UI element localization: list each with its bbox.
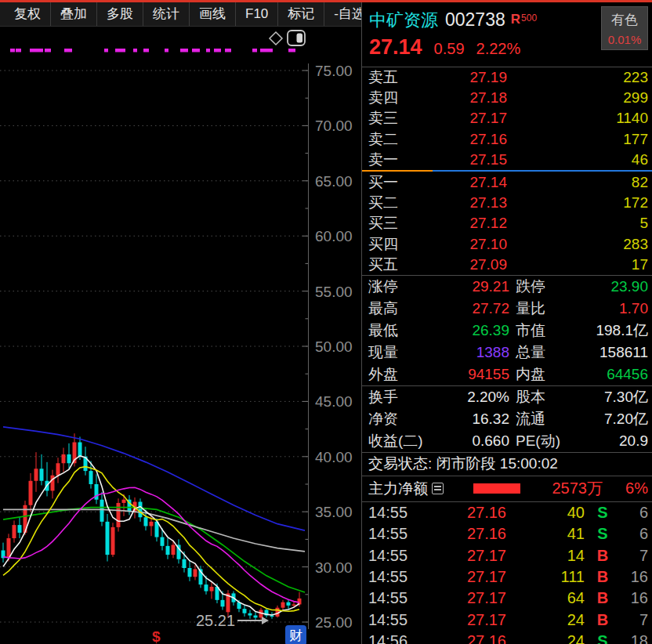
menu-item-5[interactable]: 画线 bbox=[190, 2, 236, 26]
indicator-dash bbox=[206, 49, 210, 52]
kline-chart[interactable]: 75.0070.0065.0060.0055.0050.0045.0040.00… bbox=[0, 26, 361, 644]
candle-body bbox=[166, 546, 170, 555]
menu-item-7[interactable]: 标记 bbox=[278, 2, 324, 26]
tick-price: 27.16 bbox=[434, 525, 506, 543]
kline-chart-svg[interactable]: 75.0070.0065.0060.0055.0050.0045.0040.00… bbox=[0, 26, 361, 644]
tick-price: 27.17 bbox=[434, 547, 506, 565]
menu-item-2[interactable]: 叠加 bbox=[51, 2, 97, 26]
bid-row[interactable]: 买五27.0917 bbox=[362, 255, 652, 275]
y-axis-label: 60.00 bbox=[315, 228, 353, 244]
order-volume: 299 bbox=[507, 89, 648, 107]
tick-row: 14:5527.17111B16 bbox=[362, 566, 652, 588]
order-price: 27.19 bbox=[425, 69, 507, 86]
tick-time: 14:55 bbox=[368, 568, 434, 586]
stat-label: 流通 bbox=[509, 409, 585, 429]
indicator-dash bbox=[180, 49, 188, 52]
main-force-row[interactable]: 主力净额 2573万 6% bbox=[362, 476, 652, 501]
stat-value: 20.9 bbox=[585, 432, 648, 450]
tick-row: 14:5627.1624S18 bbox=[362, 631, 652, 644]
order-volume: 283 bbox=[507, 236, 648, 253]
candle-body bbox=[298, 599, 302, 605]
bid-row[interactable]: 买四27.10283 bbox=[362, 234, 652, 255]
ma20-line bbox=[3, 487, 299, 602]
menu-item-6[interactable]: F10 bbox=[236, 2, 278, 26]
y-axis-label: 70.00 bbox=[315, 118, 353, 134]
stat-label: 最低 bbox=[368, 320, 437, 341]
y-axis-label: 40.00 bbox=[315, 449, 353, 465]
ask-list[interactable]: 卖五27.19223卖四27.18299卖三27.171140卖二27.1617… bbox=[362, 67, 652, 170]
menu-item-4[interactable]: 统计 bbox=[143, 2, 190, 26]
candle-body bbox=[56, 463, 60, 475]
stat-label: 跌停 bbox=[509, 277, 585, 297]
ask-row[interactable]: 卖一27.1546 bbox=[362, 150, 652, 170]
order-price: 27.18 bbox=[425, 89, 507, 107]
order-price: 27.16 bbox=[425, 131, 507, 148]
menu-item-1[interactable]: 复权 bbox=[5, 2, 51, 26]
tick-price: 27.17 bbox=[434, 589, 506, 607]
stat-value: 198.1亿 bbox=[585, 320, 648, 341]
candle-body bbox=[89, 471, 93, 484]
indicator-dash bbox=[45, 49, 51, 52]
bid-row[interactable]: 买三27.125 bbox=[362, 213, 652, 233]
menu-item-3[interactable]: 多股 bbox=[97, 2, 143, 26]
candle-body bbox=[117, 503, 121, 527]
candle-body bbox=[111, 527, 115, 555]
indicator-dash bbox=[165, 49, 168, 52]
candle-body bbox=[194, 569, 197, 577]
tick-side: S bbox=[585, 632, 621, 644]
tick-row: 14:5527.1640S6 bbox=[362, 502, 652, 523]
ask-row[interactable]: 卖四27.18299 bbox=[362, 88, 652, 108]
order-level-label: 买三 bbox=[368, 213, 425, 233]
ask-row[interactable]: 卖三27.171140 bbox=[362, 108, 652, 128]
candle-body bbox=[67, 454, 71, 463]
indicator-dash bbox=[16, 49, 21, 52]
stat-value: 7.30亿 bbox=[585, 387, 648, 407]
tick-row: 14:5527.1724B7 bbox=[362, 609, 652, 630]
candle-body bbox=[243, 609, 247, 613]
order-level-label: 卖五 bbox=[368, 67, 425, 88]
tick-count: 16 bbox=[621, 568, 648, 586]
candle-body bbox=[100, 500, 104, 522]
stat-value: 27.72 bbox=[437, 300, 509, 317]
candle-body bbox=[188, 568, 192, 577]
order-volume: 46 bbox=[507, 151, 648, 168]
candle-body bbox=[161, 537, 165, 546]
candle-body bbox=[62, 454, 66, 463]
candle-body bbox=[292, 604, 296, 606]
bid-row[interactable]: 买一27.1482 bbox=[362, 172, 652, 193]
bid-list[interactable]: 买一27.1482买二27.13172买三27.125买四27.10283买五2… bbox=[362, 172, 652, 275]
indicator-dash bbox=[30, 49, 43, 52]
margin-dollar-icon: $ bbox=[152, 628, 161, 644]
stat-value: 0.660 bbox=[437, 432, 509, 450]
tick-volume: 64 bbox=[506, 589, 585, 607]
order-level-label: 买四 bbox=[368, 234, 425, 255]
tick-count: 6 bbox=[621, 504, 648, 522]
tick-list[interactable]: 14:5527.1640S614:5527.1641S614:5527.1714… bbox=[362, 502, 652, 644]
ask-row[interactable]: 卖五27.19223 bbox=[362, 67, 652, 88]
stat-label: 净资 bbox=[368, 409, 437, 429]
sector-box[interactable]: 有色 0.01% bbox=[601, 6, 648, 50]
list-icon[interactable] bbox=[432, 483, 444, 494]
panel-toggle-fill bbox=[297, 34, 303, 43]
tick-count: 7 bbox=[621, 611, 648, 629]
order-level-label: 卖二 bbox=[368, 129, 425, 150]
stat-value: 2.20% bbox=[437, 389, 509, 406]
stat-row: 收益(二)0.660PE(动)20.9 bbox=[362, 430, 652, 452]
main-force-label: 主力净额 bbox=[368, 479, 428, 499]
low-price-marker: 25.21 bbox=[196, 612, 235, 629]
margin-r-tag: R bbox=[511, 12, 520, 27]
order-volume: 82 bbox=[507, 174, 648, 191]
order-level-label: 买一 bbox=[368, 172, 425, 193]
stat-value: 1.70 bbox=[585, 300, 648, 317]
stats-group-2: 换手2.20%股本7.30亿净资16.32流通7.20亿收益(二)0.660PE… bbox=[362, 386, 652, 452]
indicator-dash bbox=[192, 49, 200, 52]
candle-body bbox=[210, 587, 214, 592]
diamond-icon[interactable] bbox=[270, 32, 282, 45]
bid-row[interactable]: 买二27.13172 bbox=[362, 193, 652, 213]
candle-body bbox=[205, 584, 208, 591]
tick-side: B bbox=[585, 589, 621, 607]
order-price: 27.14 bbox=[425, 174, 507, 191]
ask-row[interactable]: 卖二27.16177 bbox=[362, 129, 652, 150]
candle-body bbox=[139, 502, 143, 518]
stat-label: 换手 bbox=[368, 387, 437, 407]
